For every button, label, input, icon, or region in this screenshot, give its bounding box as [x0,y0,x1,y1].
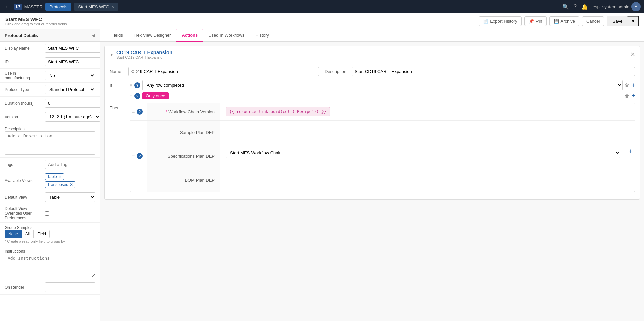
tab-used-in-workflows[interactable]: Used In Workflows [203,29,250,42]
if-row-2: ≡ ? Only once 🗑 + [130,92,635,99]
sidebar-header: Protocol Details ◀ [0,29,100,42]
tab-history[interactable]: History [250,29,274,42]
pin-label: Pin [536,19,542,24]
then-fields-table: ≡ ? * Workflow Chain Version {{ resource… [130,103,635,192]
action-name-input[interactable] [128,67,319,76]
sample-plan-value-col [220,121,635,144]
version-select[interactable]: 12. 2.1 (1 minute ago) [45,112,100,122]
pin-button[interactable]: 📌 Pin [524,16,547,26]
view-tag-table-label: Table [47,174,57,179]
available-views-container: Table ✕ Transposed ✕ [45,173,95,188]
drag-handle-then-3[interactable]: ≡ [132,153,135,159]
use-in-mfg-select[interactable]: No Yes [45,71,95,80]
use-in-mfg-field: Use in manufacturing No Yes [0,69,100,83]
protocol-type-select[interactable]: Standard Protocol [45,85,95,94]
group-samples-all-button[interactable]: All [22,230,33,238]
display-name-input[interactable] [45,44,100,53]
search-icon[interactable]: 🔍 [562,4,569,10]
nav-back-button[interactable]: ← [3,2,11,11]
if-content: ≡ ? Any row completed 🗑 + ≡ [130,80,635,99]
spec-plan-label-col: Specifications Plan DEP [147,144,220,168]
on-render-input[interactable] [45,282,95,292]
user-label: system admin [602,4,629,9]
default-view-select[interactable]: Table Transposed [45,192,95,202]
tab-flex-view-designer[interactable]: Flex View Designer [128,29,176,42]
header-bar: Start MES WFC Click and drag to edit or … [0,13,644,29]
help-icon-1[interactable]: ? [134,82,140,88]
view-tag-transposed-remove[interactable]: ✕ [70,182,73,187]
help-icon-2[interactable]: ? [134,93,140,99]
group-samples-field: Group Samples None All Field * Create a … [0,223,100,246]
drag-handle-icon-1[interactable]: ≡ [130,83,132,88]
export-history-button[interactable]: 📄 Export History [479,16,522,26]
then-field-spec-plan: ≡ ? Specifications Plan DEP [130,144,635,168]
tab-fields[interactable]: Fields [106,29,128,42]
default-view-override-checkbox-container [45,211,49,216]
action-card: ▼ CD19 CAR T Expansion Start CD19 CAR T … [104,46,640,200]
nav-tab-startwfc[interactable]: Start MES WFC ✕ [74,3,118,11]
view-tag-table-remove[interactable]: ✕ [58,174,62,179]
nav-tab-close-icon[interactable]: ✕ [111,5,114,9]
action-card-menu-icon[interactable]: ⋮ [622,51,628,58]
default-view-label: Default View [5,195,42,200]
user-avatar: A [631,2,641,11]
header-actions: 📄 Export History 📌 Pin 💾 Archive Cancel … [479,16,639,26]
trash-icon-2[interactable]: 🗑 [625,93,629,99]
user-menu[interactable]: system admin A [602,2,641,11]
help-icon-then-3[interactable]: ? [137,153,143,159]
action-panel: ▼ CD19 CAR T Expansion Start CD19 CAR T … [100,42,644,321]
spec-plan-plus-icon[interactable]: + [628,148,632,155]
instructions-textarea[interactable] [5,254,95,277]
duration-input[interactable] [45,99,100,108]
spec-plan-label: Specifications Plan DEP [168,154,215,159]
plus-icon-1[interactable]: + [631,82,635,89]
tab-actions[interactable]: Actions [176,29,203,42]
help-icon-then-1[interactable]: ? [137,109,143,115]
sample-plan-label-col: Sample Plan DEP [147,121,220,144]
default-view-override-checkbox[interactable] [45,211,49,216]
group-samples-field-button[interactable]: Field [33,230,50,238]
then-controls-1: ≡ ? [130,103,147,120]
then-field-bom-plan: BOM Plan DEP [130,168,635,192]
id-input[interactable] [45,57,100,66]
lang-label: esp [593,4,600,9]
pin-icon: 📌 [529,19,534,24]
sidebar: Protocol Details ◀ Display Name ID Use i… [0,29,100,321]
tags-input[interactable] [45,160,100,169]
group-samples-none-button[interactable]: None [5,230,22,238]
save-dropdown-button[interactable]: ▼ [628,16,639,26]
bell-icon[interactable]: 🔔 [581,4,588,10]
drag-handle-icon-2[interactable]: ≡ [130,93,132,99]
then-controls-3: ≡ ? [130,144,147,168]
action-card-header: ▼ CD19 CAR T Expansion Start CD19 CAR T … [105,46,640,63]
start-mes-workflow-select[interactable]: Start MES Workflow Chain [226,148,620,158]
app-icon: L7 [14,4,22,10]
save-button-group: Save ▼ [607,16,639,26]
cancel-button[interactable]: Cancel [582,16,604,26]
action-card-close-icon[interactable]: ✕ [631,51,635,58]
save-main-button[interactable]: Save [607,16,628,26]
description-textarea[interactable] [5,131,95,155]
protocol-type-field: Protocol Type Standard Protocol [0,83,100,97]
nav-tab-protocols[interactable]: Protocols [45,3,71,11]
display-name-field: Display Name [0,42,100,55]
help-icon[interactable]: ? [574,4,577,10]
sidebar-collapse-button[interactable]: ◀ [92,33,95,38]
app-name: MASTER [24,4,43,9]
card-collapse-button[interactable]: ▼ [110,52,114,57]
drag-handle-then-1[interactable]: ≡ [132,109,135,114]
default-view-override-label: Default View Overrides User Preferences [5,206,42,220]
available-views-field: Available Views Table ✕ Transposed ✕ [0,171,100,190]
action-description-input[interactable] [352,67,635,76]
top-nav-bar: ← L7 MASTER Protocols Start MES WFC ✕ 🔍 … [0,0,644,13]
group-samples-note: * Create a read-only field to group by [5,239,95,243]
nav-icons: 🔍 ? 🔔 esp [562,4,600,10]
spec-plan-plus: + [626,144,635,168]
plus-icon-2[interactable]: + [631,92,635,99]
trash-icon-1[interactable]: 🗑 [625,83,629,88]
protocol-type-label: Protocol Type [5,87,42,92]
if-row-1-select[interactable]: Any row completed [142,80,623,90]
archive-button[interactable]: 💾 Archive [549,16,579,26]
workflow-chain-label: Workflow Chain Version [168,109,215,114]
workflow-chain-value-col: {{ resource_link_uuid(cell('Recipe')) }} [220,103,635,120]
